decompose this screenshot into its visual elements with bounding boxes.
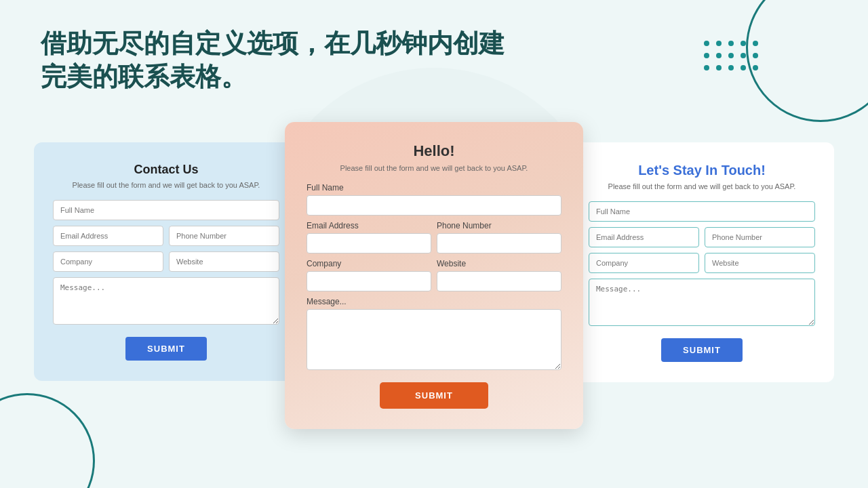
card-center: Hello! Please fill out the form and we w…	[285, 122, 583, 429]
phone-label-center: Phone Number	[437, 221, 561, 230]
message-field-left	[53, 277, 279, 327]
message-textarea-center[interactable]	[307, 309, 561, 370]
email-phone-row-right	[589, 227, 815, 247]
website-field-left	[169, 251, 279, 272]
email-input-right[interactable]	[589, 227, 699, 247]
phone-input-center[interactable]	[437, 233, 561, 253]
full-name-input-right[interactable]	[589, 201, 815, 222]
full-name-label-center: Full Name	[307, 183, 561, 192]
full-name-input-left[interactable]	[53, 200, 279, 220]
email-field-right	[589, 227, 699, 247]
decorative-circle-top-right	[746, 0, 868, 122]
card-right: Let's Stay In Touch! Please fill out the…	[570, 142, 834, 382]
submit-button-center[interactable]: SUBMIT	[380, 382, 488, 409]
card-right-subtitle: Please fill out the form and we will get…	[589, 182, 815, 190]
card-left: Contact Us Please fill out the form and …	[34, 142, 298, 381]
card-left-title: Contact Us	[53, 163, 279, 177]
message-textarea-left[interactable]	[53, 277, 279, 325]
message-group-center: Message...	[307, 297, 561, 373]
phone-field-right	[705, 227, 815, 247]
company-input-center[interactable]	[307, 271, 431, 291]
message-label-center: Message...	[307, 297, 561, 306]
full-name-group-center: Full Name	[307, 183, 561, 216]
full-name-input-center[interactable]	[307, 195, 561, 216]
company-label-center: Company	[307, 259, 431, 268]
submit-button-right[interactable]: SUBMIT	[661, 338, 743, 362]
phone-group-center: Phone Number	[437, 221, 561, 253]
email-group-center: Email Address	[307, 221, 431, 253]
card-left-subtitle: Please fill out the form and we will get…	[53, 181, 279, 189]
company-website-row-left	[53, 251, 279, 272]
message-textarea-right[interactable]	[589, 279, 815, 326]
submit-button-left[interactable]: SUBMIT	[125, 337, 207, 361]
card-right-title: Let's Stay In Touch!	[589, 163, 815, 178]
company-website-row-center: Company Website	[307, 259, 561, 291]
email-field-left	[53, 226, 163, 246]
phone-field-left	[169, 226, 279, 246]
main-heading: 借助无尽的自定义选项，在几秒钟内创建完美的联系表格。	[41, 27, 515, 94]
phone-input-right[interactable]	[705, 227, 815, 247]
full-name-field-left	[53, 200, 279, 220]
website-label-center: Website	[437, 259, 561, 268]
email-phone-row-center: Email Address Phone Number	[307, 221, 561, 253]
company-field-right	[589, 253, 699, 273]
company-input-right[interactable]	[589, 253, 699, 273]
cards-container: Contact Us Please fill out the form and …	[0, 122, 868, 429]
email-label-center: Email Address	[307, 221, 431, 230]
email-input-center[interactable]	[307, 233, 431, 253]
website-input-right[interactable]	[705, 253, 815, 273]
company-group-center: Company	[307, 259, 431, 291]
email-input-left[interactable]	[53, 226, 163, 246]
company-field-left	[53, 251, 163, 272]
card-center-title: Hello!	[307, 142, 561, 160]
message-field-right	[589, 279, 815, 329]
card-center-subtitle: Please fill out the form and we will get…	[307, 164, 561, 172]
full-name-field-right	[589, 201, 815, 222]
email-phone-row-left	[53, 226, 279, 246]
company-input-left[interactable]	[53, 251, 163, 272]
dot-grid-decoration	[704, 41, 760, 72]
company-website-row-right	[589, 253, 815, 273]
website-input-left[interactable]	[169, 251, 279, 272]
website-group-center: Website	[437, 259, 561, 291]
phone-input-left[interactable]	[169, 226, 279, 246]
website-input-center[interactable]	[437, 271, 561, 291]
website-field-right	[705, 253, 815, 273]
